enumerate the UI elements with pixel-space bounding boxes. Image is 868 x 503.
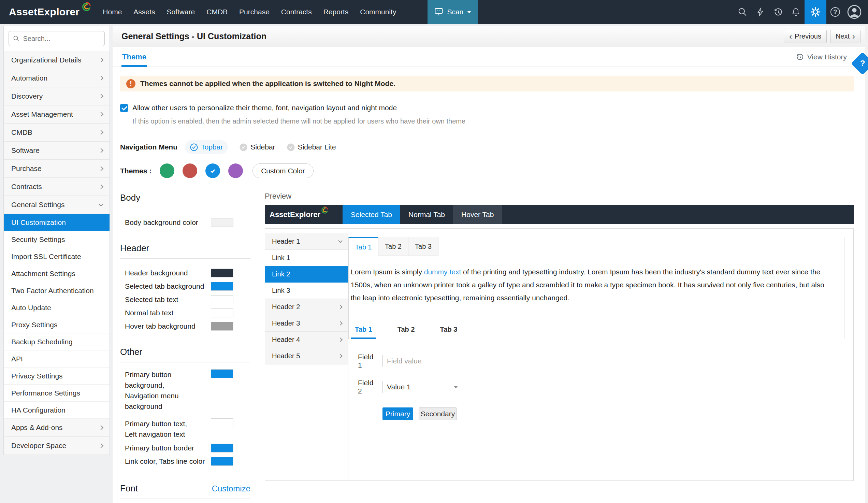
sidebar-subitem-attachment-settings[interactable]: Attachment Settings	[4, 265, 110, 282]
notification-bell-icon[interactable]	[787, 0, 805, 24]
app-logo[interactable]: AssetExplorer	[9, 6, 90, 18]
sidebar-item-developer-space[interactable]: Developer Space	[4, 437, 110, 455]
topnav-item-community[interactable]: Community	[360, 8, 396, 16]
sidebar-subitem-privacy-settings[interactable]: Privacy Settings	[4, 368, 110, 384]
theme-color-red[interactable]	[183, 163, 197, 178]
sidebar-subitem-performance-settings[interactable]: Performance Settings	[4, 384, 110, 402]
preview-nav-header-1[interactable]: Header 1	[265, 234, 348, 250]
view-history-button[interactable]: View History	[796, 53, 847, 61]
preview-boxed-tab-2[interactable]: Tab 2	[379, 237, 409, 256]
topnav-item-assets[interactable]: Assets	[133, 8, 155, 16]
page-scrollbar[interactable]	[865, 24, 868, 503]
sidebar-item-discovery[interactable]: Discovery	[4, 88, 110, 105]
sidebar-item-cmdb[interactable]: CMDB	[4, 124, 110, 142]
preview-nav-header-5[interactable]: Header 5	[265, 348, 348, 365]
theme-color-green[interactable]	[160, 163, 174, 178]
color-swatch-header-background[interactable]	[211, 269, 234, 277]
section-font-header: Font Customize	[120, 483, 250, 499]
sidebar-subitem-ui-customization[interactable]: UI Customization	[4, 214, 110, 231]
topnav-item-home[interactable]: Home	[103, 8, 122, 16]
sidebar-subitem-backup-scheduling[interactable]: Backup Scheduling	[4, 333, 110, 350]
sidebar-item-organizational-details[interactable]: Organizational Details	[4, 51, 110, 69]
sidebar-item-software[interactable]: Software	[4, 142, 110, 160]
topnav-item-cmdb[interactable]: CMDB	[206, 8, 228, 16]
sidebar-subitem-proxy-settings[interactable]: Proxy Settings	[4, 316, 110, 333]
preview-line-tab-1[interactable]: Tab 1	[351, 326, 376, 339]
font-customize-link[interactable]: Customize	[212, 484, 250, 493]
check-circle-icon	[239, 143, 247, 151]
history-icon[interactable]	[769, 0, 787, 24]
topnav-item-contracts[interactable]: Contracts	[281, 8, 312, 16]
nav-option-topbar[interactable]: Topbar	[185, 140, 228, 154]
sidebar-item-contracts[interactable]: Contracts	[4, 178, 110, 196]
previous-button[interactable]: ‹ Previous	[784, 30, 827, 43]
search-icon[interactable]	[734, 0, 751, 24]
theme-color-blue-selected[interactable]	[205, 163, 220, 178]
sidebar-subitem-security-settings[interactable]: Security Settings	[4, 231, 110, 248]
sidebar-item-purchase[interactable]: Purchase	[4, 160, 110, 178]
topnav-item-software[interactable]: Software	[166, 8, 195, 16]
theme-color-purple[interactable]	[228, 163, 243, 178]
preview-line-tab-2[interactable]: Tab 2	[393, 326, 419, 339]
scan-button[interactable]: Scan	[427, 0, 478, 24]
nav-option-sidebar-lite[interactable]: Sidebar Lite	[287, 143, 336, 151]
preview-form: Field 1 Field 2 Value 1	[348, 353, 845, 420]
preview-boxed-tab-1[interactable]: Tab 1	[348, 237, 379, 256]
chevron-right-icon	[338, 305, 343, 309]
color-swatch-primary-button-text[interactable]	[211, 418, 234, 427]
theme-settings-content: ! Themes cannot be applied when the appl…	[113, 67, 868, 503]
user-avatar[interactable]	[846, 0, 863, 24]
preview-nav-header-2[interactable]: Header 2	[265, 299, 348, 315]
preview-field2-value: Value 1	[387, 383, 411, 391]
preview-boxed-tab-3[interactable]: Tab 3	[409, 237, 438, 256]
preview-nav-header-4[interactable]: Header 4	[265, 332, 348, 348]
color-swatch-hover-tab-background[interactable]	[211, 322, 234, 331]
custom-color-button[interactable]: Custom Color	[252, 163, 313, 178]
sidebar-subitem-two-factor-authentication[interactable]: Two Factor Authentication	[4, 282, 110, 299]
sidebar-subitem-ha-configuration[interactable]: HA Configuration	[4, 402, 110, 419]
preview-secondary-button[interactable]: Secondary	[418, 408, 457, 420]
sidebar-search	[9, 31, 105, 46]
sidebar-subitem-api[interactable]: API	[4, 350, 110, 368]
topnav-item-reports[interactable]: Reports	[323, 8, 349, 16]
settings-gear-icon[interactable]	[805, 0, 826, 24]
tab-theme[interactable]: Theme	[122, 47, 147, 66]
preview-field1-input[interactable]	[382, 355, 462, 367]
color-swatch-body-background[interactable]	[211, 218, 234, 227]
nav-option-sidebar[interactable]: Sidebar	[239, 143, 275, 151]
help-icon[interactable]: ?	[826, 0, 844, 24]
preview-nav-link-1[interactable]: Link 1	[265, 250, 348, 266]
color-swatch-primary-button-border[interactable]	[211, 444, 234, 452]
preview-nav-link-3[interactable]: Link 3	[265, 283, 348, 299]
sidebar-subitem-auto-update[interactable]: Auto Update	[4, 299, 110, 316]
color-swatch-normal-tab-text[interactable]	[211, 308, 234, 317]
preview-nav-link-2-selected[interactable]: Link 2	[265, 266, 348, 283]
preview-field2-select[interactable]: Value 1	[382, 381, 462, 393]
next-button[interactable]: Next ›	[830, 30, 860, 43]
app-logo-text: AssetExplorer	[9, 6, 80, 18]
color-swatch-link-color[interactable]	[211, 457, 234, 466]
personalize-checkbox[interactable]	[120, 104, 128, 112]
preview-dummy-text-link[interactable]: dummy text	[424, 268, 461, 276]
preview-normal-tab[interactable]: Normal Tab	[400, 205, 453, 224]
topnav-item-purchase[interactable]: Purchase	[239, 8, 270, 16]
spark-icon[interactable]	[751, 0, 769, 24]
sidebar-search-input[interactable]	[23, 35, 100, 43]
color-swatch-selected-tab-text[interactable]	[211, 295, 234, 304]
preview-line-tab-3[interactable]: Tab 3	[436, 326, 462, 339]
preview-primary-button[interactable]: Primary	[382, 408, 413, 420]
sidebar-item-general-settings[interactable]: General Settings	[4, 196, 110, 214]
sidebar-item-apps-addons[interactable]: Apps & Add-ons	[4, 419, 110, 437]
color-swatch-selected-tab-background[interactable]	[211, 282, 234, 291]
preview-hover-tab[interactable]: Hover Tab	[453, 205, 502, 224]
sidebar-item-automation[interactable]: Automation	[4, 69, 110, 88]
sidebar-item-asset-management[interactable]: Asset Management	[4, 105, 110, 124]
chevron-right-icon	[338, 338, 343, 342]
preview-selected-tab[interactable]: Selected Tab	[343, 205, 400, 224]
sidebar-subitem-import-ssl-certificate[interactable]: Import SSL Certificate	[4, 248, 110, 265]
color-swatch-primary-button-background[interactable]	[211, 369, 234, 378]
theme-preview-column: Preview AssetExplorer Selected Tab Norma…	[265, 192, 854, 503]
chevron-right-icon	[99, 76, 103, 81]
warning-icon: !	[126, 79, 135, 89]
preview-nav-header-3[interactable]: Header 3	[265, 315, 348, 332]
